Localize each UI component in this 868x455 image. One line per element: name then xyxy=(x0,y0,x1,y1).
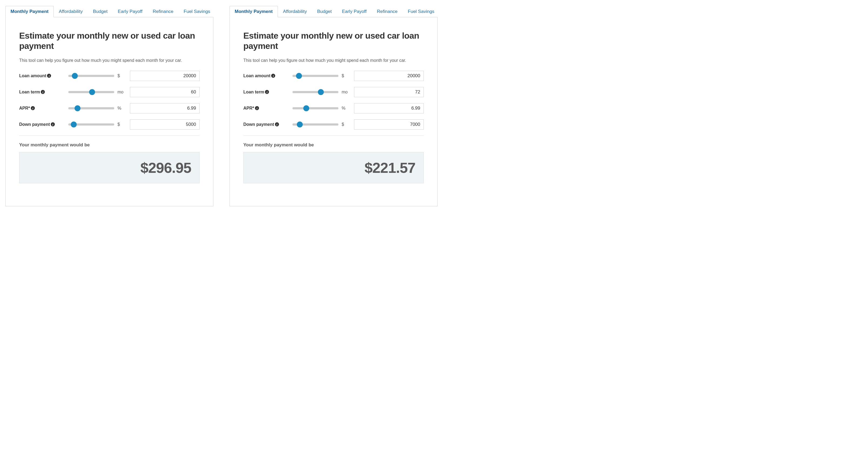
divider xyxy=(19,135,199,136)
monthly-payment-value: $221.57 xyxy=(252,159,415,176)
loan-term-slider[interactable] xyxy=(68,91,114,93)
monthly-payment-value: $296.95 xyxy=(28,159,191,176)
info-icon[interactable]: i xyxy=(271,74,275,78)
down-payment-label-text: Down payment xyxy=(243,122,274,127)
result-label: Your monthly payment would be xyxy=(19,142,199,148)
loan-term-input[interactable] xyxy=(354,87,424,97)
field-apr: APR* i % xyxy=(19,103,199,113)
tab-budget[interactable]: Budget xyxy=(312,6,337,17)
tab-budget[interactable]: Budget xyxy=(88,6,113,17)
apr-input[interactable] xyxy=(130,103,199,113)
field-apr: APR* i % xyxy=(243,103,424,113)
apr-slider[interactable] xyxy=(68,107,114,109)
slider-track[interactable] xyxy=(292,107,338,109)
apr-label-text: APR* xyxy=(19,106,30,111)
slider-track[interactable] xyxy=(68,107,114,109)
loan-amount-input[interactable] xyxy=(354,71,424,81)
tab-fuel-savings[interactable]: Fuel Savings xyxy=(403,6,439,17)
field-down-payment: Down payment i $ xyxy=(19,119,199,130)
loan-amount-label-text: Loan amount xyxy=(243,73,270,78)
slider-track[interactable] xyxy=(68,123,114,126)
unit-dollar: $ xyxy=(118,122,127,127)
info-icon[interactable]: i xyxy=(51,122,55,126)
slider-thumb[interactable] xyxy=(297,122,303,127)
tab-refinance[interactable]: Refinance xyxy=(148,6,179,17)
tab-fuel-savings[interactable]: Fuel Savings xyxy=(179,6,215,17)
info-icon[interactable]: i xyxy=(41,90,45,94)
slider-track[interactable] xyxy=(292,75,338,77)
calculator-panel: Estimate your monthly new or used car lo… xyxy=(229,17,437,206)
calculators-container: Monthly Payment Affordability Budget Ear… xyxy=(5,5,437,206)
down-payment-input[interactable] xyxy=(130,119,199,130)
tab-affordability[interactable]: Affordability xyxy=(278,6,312,17)
field-loan-term: Loan term i mo xyxy=(19,87,199,97)
calculator-left: Monthly Payment Affordability Budget Ear… xyxy=(5,5,213,206)
tabs-bar: Monthly Payment Affordability Budget Ear… xyxy=(5,5,213,17)
unit-dollar: $ xyxy=(342,73,351,78)
apr-label-text: APR* xyxy=(243,106,254,111)
tab-early-payoff[interactable]: Early Payoff xyxy=(337,6,372,17)
slider-thumb[interactable] xyxy=(318,89,324,95)
loan-term-label-text: Loan term xyxy=(243,90,264,95)
slider-track[interactable] xyxy=(292,123,338,126)
info-icon[interactable]: i xyxy=(275,122,279,126)
tab-affordability[interactable]: Affordability xyxy=(54,6,88,17)
slider-track[interactable] xyxy=(292,91,338,93)
unit-dollar: $ xyxy=(118,73,127,78)
tabs-bar: Monthly Payment Affordability Budget Ear… xyxy=(229,5,437,17)
unit-month: mo xyxy=(342,90,351,95)
result-box: $296.95 xyxy=(19,152,199,183)
loan-term-input[interactable] xyxy=(130,87,199,97)
info-icon[interactable]: i xyxy=(255,106,259,110)
slider-thumb[interactable] xyxy=(74,105,81,111)
apr-label: APR* i xyxy=(19,106,65,111)
loan-term-label: Loan term i xyxy=(19,90,65,95)
unit-month: mo xyxy=(118,90,127,95)
field-loan-term: Loan term i mo xyxy=(243,87,424,97)
apr-input[interactable] xyxy=(354,103,424,113)
loan-amount-slider[interactable] xyxy=(292,75,338,77)
down-payment-label: Down payment i xyxy=(243,122,289,127)
calculator-panel: Estimate your monthly new or used car lo… xyxy=(5,17,213,206)
result-box: $221.57 xyxy=(243,152,424,183)
page-description: This tool can help you figure out how mu… xyxy=(243,57,424,64)
calculator-right: Monthly Payment Affordability Budget Ear… xyxy=(229,5,437,206)
loan-term-slider[interactable] xyxy=(292,91,338,93)
field-loan-amount: Loan amount i $ xyxy=(19,71,199,81)
tab-monthly-payment[interactable]: Monthly Payment xyxy=(5,6,54,17)
unit-dollar: $ xyxy=(342,122,351,127)
loan-term-label-text: Loan term xyxy=(19,90,40,95)
info-icon[interactable]: i xyxy=(265,90,269,94)
slider-track[interactable] xyxy=(68,75,114,77)
page-title: Estimate your monthly new or used car lo… xyxy=(243,31,424,51)
info-icon[interactable]: i xyxy=(47,74,51,78)
unit-percent: % xyxy=(342,106,351,111)
divider xyxy=(243,135,424,136)
field-loan-amount: Loan amount i $ xyxy=(243,71,424,81)
down-payment-slider[interactable] xyxy=(68,123,114,126)
loan-amount-input[interactable] xyxy=(130,71,199,81)
slider-track[interactable] xyxy=(68,91,114,93)
tab-monthly-payment[interactable]: Monthly Payment xyxy=(229,6,278,17)
slider-thumb[interactable] xyxy=(71,122,77,127)
down-payment-slider[interactable] xyxy=(292,123,338,126)
slider-thumb[interactable] xyxy=(72,73,78,79)
loan-amount-label-text: Loan amount xyxy=(19,73,46,78)
loan-amount-label: Loan amount i xyxy=(19,73,65,78)
unit-percent: % xyxy=(118,106,127,111)
down-payment-label: Down payment i xyxy=(19,122,65,127)
loan-amount-slider[interactable] xyxy=(68,75,114,77)
slider-thumb[interactable] xyxy=(303,105,309,111)
page-description: This tool can help you figure out how mu… xyxy=(19,57,199,64)
field-down-payment: Down payment i $ xyxy=(243,119,424,130)
tab-early-payoff[interactable]: Early Payoff xyxy=(113,6,148,17)
slider-thumb[interactable] xyxy=(89,89,95,95)
apr-label: APR* i xyxy=(243,106,289,111)
loan-term-label: Loan term i xyxy=(243,90,289,95)
info-icon[interactable]: i xyxy=(31,106,35,110)
apr-slider[interactable] xyxy=(292,107,338,109)
tab-refinance[interactable]: Refinance xyxy=(372,6,403,17)
page-title: Estimate your monthly new or used car lo… xyxy=(19,31,199,51)
slider-thumb[interactable] xyxy=(296,73,302,79)
down-payment-input[interactable] xyxy=(354,119,424,130)
